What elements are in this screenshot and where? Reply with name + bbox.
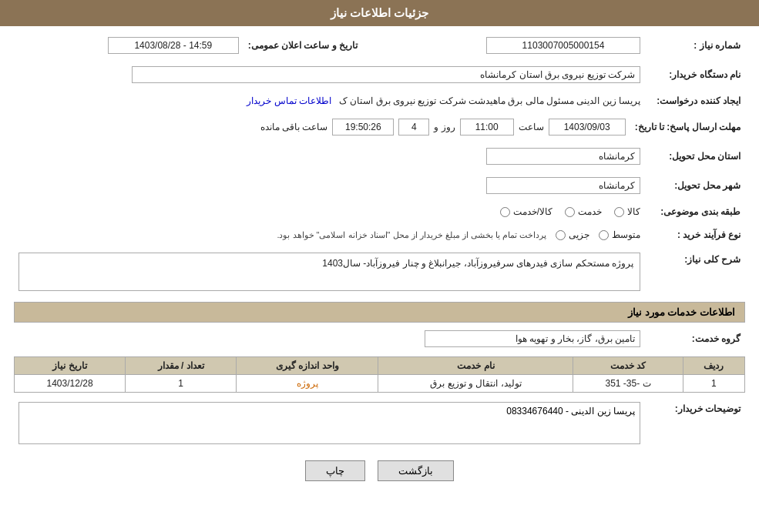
- purchase-radio-item-2: متوسط: [599, 229, 640, 240]
- purchase-note: پرداخت تمام یا بخشی از مبلغ خریدار از مح…: [277, 230, 546, 240]
- reply-day-value: 4: [398, 119, 429, 136]
- purchase-radio-item-1: جزیی: [556, 229, 589, 240]
- category-radio-group: کالا/خدمت خدمت کالا: [18, 206, 640, 217]
- info-table-city: شهر محل تحویل: کرمانشاه: [14, 174, 745, 197]
- reply-deadline-label: مهلت ارسال پاسخ: تا تاریخ:: [630, 115, 745, 139]
- page-title: جزئیات اطلاعات نیاز: [331, 6, 428, 19]
- category-radio-item-1: کالا: [614, 206, 640, 217]
- category-label: طبقه بندی موضوعی:: [645, 203, 745, 220]
- purchase-radio2-label: متوسط: [612, 229, 640, 240]
- info-table-description: شرح کلی نیاز: پروژه مستحکم سازی فیدرهای …: [14, 249, 745, 294]
- col-header-qty: تعداد / مقدار: [126, 357, 237, 375]
- announcement-value: 1403/08/28 - 14:59: [108, 37, 239, 54]
- service-group-value: تامین برق، گاز، بخار و تهویه هوا: [425, 330, 640, 347]
- buyer-org-value: شرکت توزیع نیروی برق استان کرمانشاه: [132, 66, 640, 83]
- category-radio1[interactable]: [614, 207, 624, 217]
- city-value: کرمانشاه: [486, 177, 640, 194]
- info-table-top: شماره نیاز : 1103007005000154 تاریخ و سا…: [14, 34, 745, 57]
- services-header: اطلاعات خدمات مورد نیاز: [14, 302, 745, 323]
- table-cell-3: پروژه: [237, 375, 378, 393]
- info-table-creator: ایجاد کننده درخواست: پریسا زین الدینی مس…: [14, 92, 745, 109]
- info-table-service-group: گروه خدمت: تامین برق، گاز، بخار و تهویه …: [14, 327, 745, 350]
- category-radio-item-3: کالا/خدمت: [500, 206, 552, 217]
- reply-time-label: ساعت: [519, 122, 544, 132]
- table-cell-4: 1: [126, 375, 237, 393]
- col-header-code: کد خدمت: [573, 357, 683, 375]
- page-header: جزئیات اطلاعات نیاز: [0, 0, 759, 26]
- category-radio2[interactable]: [565, 207, 575, 217]
- back-button[interactable]: بازگشت: [378, 460, 454, 481]
- info-table-purchase: نوع فرآیند خرید : متوسط جزیی پرداخت تمام…: [14, 226, 745, 243]
- info-table-org: نام دستگاه خریدار: شرکت توزیع نیروی برق …: [14, 63, 745, 86]
- info-table-buyer-desc: توضیحات خریدار:: [14, 399, 745, 450]
- description-label: شرح کلی نیاز:: [645, 249, 745, 294]
- need-number-value: 1103007005000154: [486, 37, 640, 54]
- province-label: استان محل تحویل:: [645, 145, 745, 168]
- col-header-date: تاریخ نیاز: [15, 357, 126, 375]
- reply-date-value: 1403/09/03: [549, 119, 626, 136]
- page-container: جزئیات اطلاعات نیاز شماره نیاز : 1103007…: [0, 0, 759, 532]
- purchase-type-label: نوع فرآیند خرید :: [645, 226, 745, 243]
- creator-label: ایجاد کننده درخواست:: [645, 92, 745, 109]
- buyer-desc-label: توضیحات خریدار:: [645, 399, 745, 450]
- table-row: 1ت -35- 351تولید، انتقال و توزیع برقپروژ…: [15, 375, 745, 393]
- purchase-radio1[interactable]: [556, 230, 566, 240]
- table-cell-0: 1: [683, 375, 744, 393]
- table-cell-2: تولید، انتقال و توزیع برق: [378, 375, 573, 393]
- services-table: ردیف کد خدمت نام خدمت واحد اندازه گیری ت…: [14, 356, 745, 393]
- purchase-radio1-label: جزیی: [569, 229, 589, 240]
- table-cell-5: 1403/12/28: [15, 375, 126, 393]
- info-table-deadline: مهلت ارسال پاسخ: تا تاریخ: 1403/09/03 سا…: [14, 115, 745, 139]
- info-table-province: استان محل تحویل: کرمانشاه: [14, 145, 745, 168]
- category-radio-item-2: خدمت: [565, 206, 602, 217]
- description-value: پروژه مستحکم سازی فیدرهای سرفیروزآباد، ج…: [18, 253, 640, 291]
- reply-day-label: روز و: [434, 122, 455, 132]
- reply-time-value: 11:00: [460, 119, 514, 136]
- category-radio3[interactable]: [500, 207, 510, 217]
- reply-remaining-label: ساعت باقی مانده: [260, 122, 328, 132]
- announcement-label: تاریخ و ساعت اعلان عمومی:: [243, 34, 362, 57]
- button-bar: بازگشت چاپ: [14, 460, 745, 481]
- info-table-category: طبقه بندی موضوعی: کالا/خدمت خدمت کالا: [14, 203, 745, 220]
- creator-link[interactable]: اطلاعات تماس خریدار: [247, 95, 331, 106]
- service-group-label: گروه خدمت:: [645, 327, 745, 350]
- table-cell-1: ت -35- 351: [573, 375, 683, 393]
- content-area: شماره نیاز : 1103007005000154 تاریخ و سا…: [0, 26, 759, 497]
- city-label: شهر محل تحویل:: [645, 174, 745, 197]
- purchase-radio2[interactable]: [599, 230, 609, 240]
- category-radio3-label: کالا/خدمت: [513, 206, 552, 217]
- province-value: کرمانشاه: [486, 148, 640, 165]
- col-header-rownum: ردیف: [683, 357, 744, 375]
- reply-remaining-value: 19:50:26: [332, 119, 394, 136]
- creator-value: پریسا زین الدینی مسئول مالی برق ماهیدشت …: [339, 95, 640, 106]
- buyer-desc-textarea[interactable]: [18, 402, 640, 444]
- col-header-unit: واحد اندازه گیری: [237, 357, 378, 375]
- category-radio2-label: خدمت: [578, 206, 602, 217]
- category-radio1-label: کالا: [627, 206, 640, 217]
- need-number-label: شماره نیاز :: [645, 34, 745, 57]
- buyer-org-label: نام دستگاه خریدار:: [645, 63, 745, 86]
- print-button[interactable]: چاپ: [305, 460, 365, 481]
- col-header-name: نام خدمت: [378, 357, 573, 375]
